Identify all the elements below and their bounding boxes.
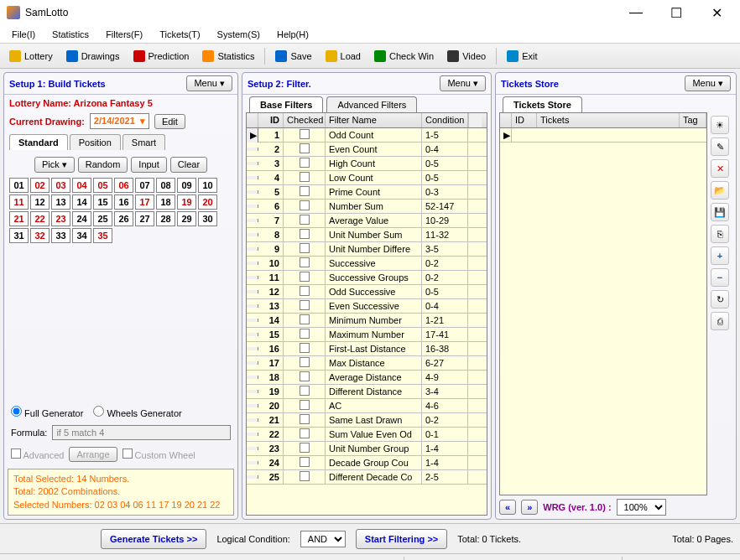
- toolbar-drawings[interactable]: Drawings: [60, 47, 126, 65]
- pencil-icon[interactable]: ✎: [711, 137, 729, 156]
- number-06[interactable]: 06: [114, 178, 133, 193]
- number-16[interactable]: 16: [114, 194, 133, 210]
- number-10[interactable]: 10: [198, 178, 217, 193]
- toolbar-load[interactable]: Load: [320, 47, 367, 65]
- logical-condition-select[interactable]: AND: [300, 531, 346, 547]
- filter-row[interactable]: 2Even Count0-4: [247, 143, 487, 157]
- filter-row[interactable]: 6Number Sum52-147: [247, 200, 487, 214]
- pick-button[interactable]: Pick ▾: [34, 157, 75, 173]
- minus-icon[interactable]: −: [711, 268, 729, 287]
- filter-row[interactable]: 20AC4-6: [247, 399, 487, 413]
- clear-button[interactable]: Clear: [170, 157, 207, 173]
- number-05[interactable]: 05: [93, 178, 112, 193]
- number-04[interactable]: 04: [72, 178, 91, 193]
- ts-col-tickets[interactable]: Tickets: [537, 113, 680, 127]
- filter-row[interactable]: 22Sum Value Even Od0-1: [247, 428, 487, 442]
- toolbar-exit[interactable]: Exit: [501, 47, 543, 65]
- tickets-store-menu-button[interactable]: Menu ▾: [685, 75, 731, 91]
- col-condition[interactable]: Condition: [422, 113, 468, 127]
- full-generator-radio[interactable]: Full Generator: [11, 406, 83, 418]
- drawing-date-input[interactable]: 2/14/2021 ▾: [90, 113, 149, 129]
- number-11[interactable]: 11: [9, 194, 29, 210]
- filter-row[interactable]: 13Even Successive0-4: [247, 299, 487, 314]
- number-02[interactable]: 02: [30, 178, 50, 193]
- nav-next-button[interactable]: »: [521, 500, 538, 515]
- number-01[interactable]: 01: [9, 178, 29, 193]
- menu-ticketst[interactable]: Tickets(T): [153, 28, 206, 41]
- filter-row[interactable]: 14Minimum Number1-21: [247, 314, 487, 328]
- number-24[interactable]: 24: [72, 211, 91, 226]
- filter-row[interactable]: 25Different Decade Co2-5: [247, 470, 487, 485]
- close-button[interactable]: ✕: [700, 1, 733, 24]
- formula-combo[interactable]: if 5 match 4: [52, 425, 231, 440]
- plus-icon[interactable]: +: [711, 246, 729, 265]
- filter-row[interactable]: 18Average Distance4-9: [247, 371, 487, 385]
- number-35[interactable]: 35: [93, 228, 112, 243]
- filter-row[interactable]: 24Decade Group Cou1-4: [247, 456, 487, 470]
- number-14[interactable]: 14: [72, 194, 91, 210]
- toolbar-lottery[interactable]: Lottery: [3, 47, 59, 65]
- number-30[interactable]: 30: [198, 211, 217, 226]
- number-27[interactable]: 27: [135, 211, 154, 226]
- number-25[interactable]: 25: [93, 211, 112, 226]
- filter-row[interactable]: 21Same Last Drawn0-2: [247, 413, 487, 428]
- filter-row[interactable]: 11Successive Groups0-2: [247, 271, 487, 285]
- number-07[interactable]: 07: [135, 178, 154, 193]
- number-21[interactable]: 21: [9, 211, 29, 226]
- filter-row[interactable]: 9Unit Number Differe3-5: [247, 242, 487, 257]
- print-icon[interactable]: ⎙: [711, 312, 729, 330]
- number-34[interactable]: 34: [72, 228, 91, 243]
- tab-position[interactable]: Position: [70, 134, 121, 150]
- delete-icon[interactable]: ✕: [711, 159, 729, 178]
- number-12[interactable]: 12: [30, 194, 50, 210]
- filter-row[interactable]: 3High Count0-5: [247, 157, 487, 171]
- number-17[interactable]: 17: [135, 194, 154, 210]
- col-id[interactable]: ID: [258, 113, 284, 127]
- filter-row[interactable]: 15Maximum Number17-41: [247, 328, 487, 342]
- number-20[interactable]: 20: [198, 194, 217, 210]
- filter-row[interactable]: 4Low Count0-5: [247, 171, 487, 185]
- setup2-menu-button[interactable]: Menu ▾: [440, 75, 486, 91]
- refresh-icon[interactable]: ↻: [711, 290, 729, 309]
- save-icon[interactable]: 💾: [711, 203, 729, 221]
- number-13[interactable]: 13: [51, 194, 70, 210]
- filter-row[interactable]: 12Odd Successive0-5: [247, 285, 487, 299]
- scrollbar[interactable]: [468, 113, 482, 127]
- tab-tickets-store[interactable]: Tickets Store: [503, 96, 582, 112]
- number-32[interactable]: 32: [30, 228, 50, 243]
- number-31[interactable]: 31: [9, 228, 29, 243]
- generate-tickets-button[interactable]: Generate Tickets >>: [101, 529, 206, 549]
- wheels-generator-radio[interactable]: Wheels Generator: [93, 406, 181, 418]
- number-15[interactable]: 15: [93, 194, 112, 210]
- filter-row[interactable]: ▶1Odd Count1-5: [247, 128, 487, 143]
- filter-row[interactable]: 17Max Distance6-27: [247, 356, 487, 371]
- tab-base-filters[interactable]: Base Filters: [249, 96, 323, 112]
- number-03[interactable]: 03: [51, 178, 70, 193]
- minimize-button[interactable]: —: [619, 1, 653, 24]
- toolbar-video[interactable]: Video: [441, 47, 492, 65]
- filter-row[interactable]: 23Unit Number Group1-4: [247, 442, 487, 456]
- setup1-menu-button[interactable]: Menu ▾: [186, 75, 232, 91]
- tab-advanced-filters[interactable]: Advanced Filters: [326, 96, 417, 112]
- number-33[interactable]: 33: [51, 228, 70, 243]
- star-icon[interactable]: ☀: [711, 116, 729, 134]
- nav-first-button[interactable]: «: [499, 500, 516, 515]
- filter-row[interactable]: 16First-Last Distance16-38: [247, 342, 487, 356]
- number-08[interactable]: 08: [156, 178, 175, 193]
- start-filtering-button[interactable]: Start Filtering >>: [356, 529, 447, 549]
- menu-filtersf[interactable]: Filters(F): [99, 28, 149, 41]
- menu-statistics[interactable]: Statistics: [45, 28, 96, 41]
- number-29[interactable]: 29: [177, 211, 196, 226]
- filter-row[interactable]: 10Successive0-2: [247, 257, 487, 271]
- ts-col-tag[interactable]: Tag: [680, 113, 706, 127]
- tab-smart[interactable]: Smart: [122, 134, 165, 150]
- col-checked[interactable]: Checked: [284, 113, 326, 127]
- toolbar-statistics[interactable]: Statistics: [196, 47, 260, 65]
- filter-row[interactable]: 7Average Value10-29: [247, 214, 487, 228]
- menu-systems[interactable]: System(S): [211, 28, 267, 41]
- filter-row[interactable]: 8Unit Number Sum11-32: [247, 228, 487, 242]
- number-28[interactable]: 28: [156, 211, 175, 226]
- number-19[interactable]: 19: [177, 194, 196, 210]
- copy-icon[interactable]: ⎘: [711, 225, 729, 243]
- menu-filei[interactable]: File(I): [5, 28, 42, 41]
